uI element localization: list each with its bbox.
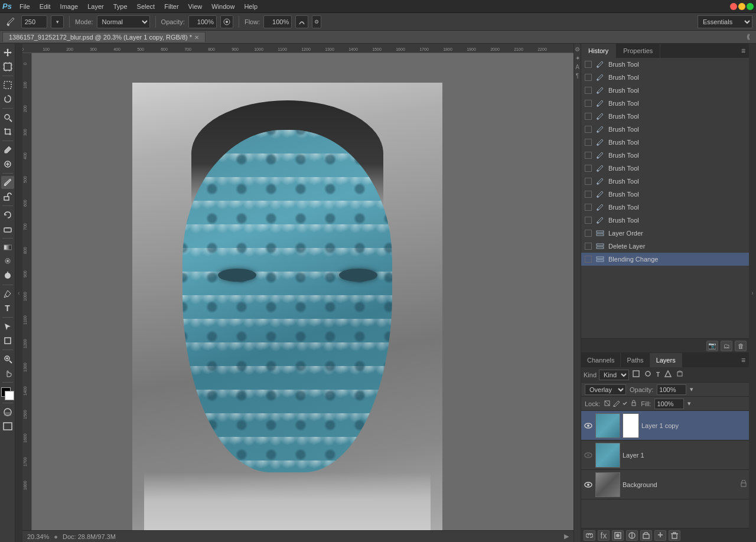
healing-brush-tool[interactable] bbox=[1, 158, 14, 171]
lock-image-icon[interactable] bbox=[612, 400, 620, 408]
layer-row-2[interactable]: Layer 1 bbox=[581, 440, 749, 470]
history-checkbox-6[interactable] bbox=[585, 126, 592, 133]
filter-smartobject-icon[interactable] bbox=[675, 369, 685, 380]
eraser-tool[interactable] bbox=[1, 223, 14, 236]
canvas[interactable] bbox=[132, 83, 442, 530]
history-checkbox-13[interactable] bbox=[585, 217, 592, 224]
kind-filter-select[interactable]: Kind bbox=[599, 370, 629, 380]
opacity-opt-input[interactable] bbox=[657, 384, 686, 395]
pen-tool[interactable] bbox=[1, 288, 14, 301]
lock-position-icon[interactable] bbox=[630, 400, 637, 408]
history-checkbox-10[interactable] bbox=[585, 178, 592, 185]
brush-settings-button[interactable]: ▾ bbox=[51, 15, 64, 28]
history-checkbox-5[interactable] bbox=[585, 113, 592, 120]
left-panel-collapse[interactable]: ‹ bbox=[15, 44, 22, 542]
dodge-tool[interactable] bbox=[1, 269, 14, 282]
screen-mode[interactable] bbox=[1, 420, 14, 433]
history-item-12[interactable]: Brush Tool bbox=[581, 201, 749, 214]
history-item-10[interactable]: Brush Tool bbox=[581, 175, 749, 188]
quick-mask-mode[interactable] bbox=[1, 406, 14, 419]
history-item-13[interactable]: Brush Tool bbox=[581, 214, 749, 227]
quick-select-tool[interactable] bbox=[1, 111, 14, 124]
history-item-11[interactable]: Brush Tool bbox=[581, 188, 749, 201]
add-mask-button[interactable] bbox=[612, 530, 624, 541]
tab-channels[interactable]: Channels bbox=[581, 353, 621, 367]
layer-visibility-2[interactable] bbox=[584, 450, 593, 460]
properties-mini-icon[interactable]: ⚙ bbox=[574, 47, 581, 52]
link-layers-button[interactable] bbox=[584, 530, 595, 541]
marquee-tool[interactable] bbox=[1, 79, 14, 92]
history-checkbox-8[interactable] bbox=[585, 152, 592, 159]
mini-tool-3[interactable]: A bbox=[575, 64, 579, 70]
layer-visibility-1[interactable] bbox=[584, 421, 593, 430]
lock-artboard-icon[interactable] bbox=[621, 400, 628, 408]
history-checkbox-3[interactable] bbox=[585, 87, 592, 94]
history-item-8[interactable]: Brush Tool bbox=[581, 149, 749, 162]
blur-tool[interactable] bbox=[1, 255, 14, 268]
smoothing-button[interactable]: ⚙ bbox=[312, 15, 321, 28]
zoom-tool[interactable] bbox=[1, 352, 14, 365]
layers-panel-options-icon[interactable]: ≡ bbox=[740, 355, 747, 365]
panel-options-icon[interactable]: ≡ bbox=[740, 45, 747, 56]
workspace-select[interactable]: Essentials Photography Painting bbox=[698, 15, 752, 28]
mini-tool-2[interactable]: ✦ bbox=[575, 55, 580, 61]
create-layer-button[interactable]: + bbox=[654, 530, 666, 541]
delete-history-button[interactable]: 🗑 bbox=[735, 341, 747, 351]
artboard-tool[interactable] bbox=[1, 60, 14, 73]
history-item-1[interactable]: Brush Tool bbox=[581, 58, 749, 71]
lasso-tool[interactable] bbox=[1, 93, 14, 106]
canvas-area[interactable] bbox=[32, 53, 573, 530]
window-maximize-button[interactable] bbox=[747, 3, 754, 10]
background-color[interactable] bbox=[5, 391, 14, 400]
path-selection-tool[interactable] bbox=[1, 320, 14, 333]
history-checkbox-4[interactable] bbox=[585, 100, 592, 107]
window-minimize-button[interactable] bbox=[738, 3, 745, 10]
history-item-7[interactable]: Brush Tool bbox=[581, 136, 749, 149]
menu-help[interactable]: Help bbox=[240, 2, 262, 11]
history-item-15[interactable]: Delete Layer bbox=[581, 240, 749, 253]
eyedropper-tool[interactable] bbox=[1, 143, 14, 156]
create-snapshot-button[interactable]: 📷 bbox=[706, 341, 718, 351]
tab-history[interactable]: History bbox=[581, 44, 616, 58]
crop-tool[interactable] bbox=[1, 125, 14, 138]
mini-tool-4[interactable]: ¶ bbox=[576, 73, 579, 79]
create-document-button[interactable]: 🗂 bbox=[721, 341, 732, 351]
timeline-button[interactable]: ▶ bbox=[564, 533, 569, 540]
history-checkbox-14[interactable] bbox=[585, 230, 592, 237]
shape-tool[interactable] bbox=[1, 334, 14, 347]
document-tab[interactable]: 1386157_91252172_blur.psd @ 20.3% (Layer… bbox=[2, 32, 206, 42]
filter-shape-icon[interactable] bbox=[663, 369, 673, 380]
create-adjustment-button[interactable] bbox=[626, 530, 638, 541]
menu-filter[interactable]: Filter bbox=[160, 2, 183, 11]
status-info-button[interactable]: ● bbox=[54, 533, 58, 540]
clone-stamp-tool[interactable] bbox=[1, 190, 14, 203]
filter-pixel-icon[interactable] bbox=[631, 369, 641, 380]
history-checkbox-12[interactable] bbox=[585, 204, 592, 211]
fill-dropdown-icon[interactable]: ▾ bbox=[687, 400, 691, 407]
layer-visibility-3[interactable] bbox=[584, 480, 593, 489]
history-checkbox-7[interactable] bbox=[585, 139, 592, 146]
menu-view[interactable]: View bbox=[184, 2, 207, 11]
history-item-9[interactable]: Brush Tool bbox=[581, 162, 749, 175]
move-tool[interactable] bbox=[1, 46, 14, 59]
gradient-tool[interactable] bbox=[1, 241, 14, 254]
hand-tool[interactable] bbox=[1, 367, 14, 380]
menu-edit[interactable]: Edit bbox=[35, 2, 55, 11]
opacity-dropdown-icon[interactable]: ▾ bbox=[690, 386, 693, 393]
tab-close-button[interactable]: ✕ bbox=[194, 34, 199, 41]
lock-transparent-icon[interactable] bbox=[604, 400, 611, 408]
history-checkbox-2[interactable] bbox=[585, 74, 592, 81]
tab-properties[interactable]: Properties bbox=[616, 44, 660, 58]
layer-row-3[interactable]: Background bbox=[581, 470, 749, 499]
menu-layer[interactable]: Layer bbox=[83, 2, 108, 11]
history-item-5[interactable]: Brush Tool bbox=[581, 110, 749, 123]
tab-layers[interactable]: Layers bbox=[650, 353, 682, 367]
history-item-3[interactable]: Brush Tool bbox=[581, 84, 749, 97]
menu-file[interactable]: File bbox=[15, 2, 34, 11]
right-panel-collapse[interactable]: › bbox=[749, 44, 756, 542]
menu-window[interactable]: Window bbox=[207, 2, 239, 11]
fill-input[interactable] bbox=[654, 399, 684, 409]
tab-paths[interactable]: Paths bbox=[621, 353, 650, 367]
history-checkbox-9[interactable] bbox=[585, 165, 592, 172]
brush-size-input[interactable] bbox=[21, 15, 47, 28]
